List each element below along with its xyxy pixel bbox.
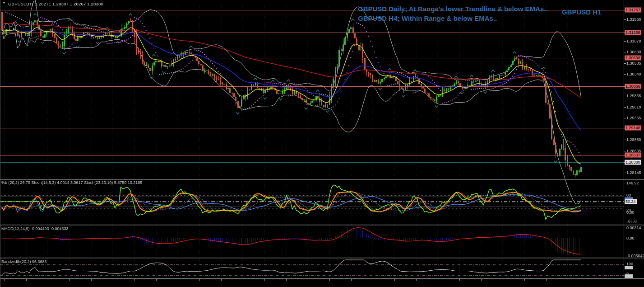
price-axis-label: 1.31070 <box>626 39 641 43</box>
time-axis[interactable]: 30 Mar 202231 Mar 06:0031 Mar 22:001 Apr… <box>0 279 644 287</box>
price-level-badge: 1.31767 <box>625 8 641 13</box>
stoch-value-badge: 50.24 <box>625 199 637 204</box>
price-axis-label: 1.29610 <box>626 105 641 109</box>
macd-axis-max: 0.00314 <box>626 226 641 230</box>
price-axis-label: 1.28145 <box>626 170 641 175</box>
chart-canvas[interactable] <box>0 0 644 287</box>
macd-axis-zero: 0.00 <box>626 236 635 240</box>
current-price-badge: 1.28380 <box>625 160 641 165</box>
price-axis-label: 1.29365 <box>626 116 641 120</box>
price-axis-label: 1.28880 <box>626 137 641 142</box>
stoch-axis-min: -51.81 <box>626 220 638 224</box>
bandwidth-zero-badge <box>625 274 633 278</box>
macd-axis-min: -0.005042 <box>626 254 644 258</box>
price-level-badge: 1.30698 <box>625 56 641 61</box>
chart-title: GBPUSD,H1 1.28271 1.28387 1.28267 1.2838… <box>8 1 103 6</box>
price-level-badge: 1.30066 <box>625 84 641 89</box>
annotation-h1: GBPUSD H1 <box>562 8 602 16</box>
price-axis-label: 1.31560 <box>626 17 641 22</box>
chart-window: ▼ GBPUSD,H1 1.28271 1.28387 1.28267 1.28… <box>0 0 644 287</box>
price-axis-label: 1.30340 <box>626 72 641 76</box>
stoch-axis-20: 20 <box>626 208 631 212</box>
price-axis-label: 1.30830 <box>626 50 641 54</box>
stoch-axis-80: 80 <box>626 193 631 198</box>
annotation-daily: GBPUSD Daily; At Range's lower Trendline… <box>358 5 548 13</box>
price-level-badge: 1.31268 <box>625 30 641 35</box>
macd-panel-label: MACD(12,24,9) -0.004493 -0.004333 <box>1 226 69 231</box>
stoch-panel-label: %b (20,2) 26.79 Stoch(14,5,3) 4.0014 3.0… <box>1 180 142 185</box>
symbol-dropdown-icon[interactable]: ▼ <box>2 1 6 5</box>
price-axis-label: 1.29855 <box>626 94 641 98</box>
bandwidth-value-badge <box>625 266 633 269</box>
bandwidth-panel-label: Bandwidth(20,2) 96.3686 <box>1 259 47 264</box>
stoch-axis-max: 146.92 <box>626 181 639 185</box>
price-level-badge: 1.29148 <box>625 125 641 130</box>
annotation-h4: GBPUSD H4; Within Range & below EMAs.. <box>358 14 497 22</box>
price-axis-label: 1.30585 <box>626 61 641 66</box>
price-level-badge: 1.28537 <box>625 153 641 158</box>
